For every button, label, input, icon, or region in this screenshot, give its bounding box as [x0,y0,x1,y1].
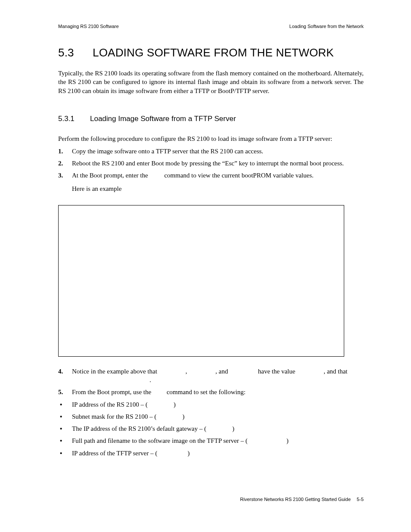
ordered-list: 1. Copy the image software onto a TFTP s… [58,147,364,193]
bullet-text: IP address of the RS 2100 – () [72,400,176,409]
bullet-icon: • [58,424,72,433]
text-fragment: , and [215,368,230,375]
bullet-text: The IP address of the RS 2100’s default … [72,424,234,433]
text-fragment: have the value [256,368,297,375]
text-fragment: The IP address of the RS 2100’s default … [72,425,206,432]
list-item: 3. At the Boot prompt, enter the command… [58,171,364,193]
page: Managing RS 2100 Software Loading Softwa… [0,0,411,457]
text-fragment: Full path and filename to the software i… [72,437,248,444]
bullet-icon: • [58,436,72,445]
text-fragment: ) [232,425,234,432]
bullet-item: • IP address of the RS 2100 – () [58,400,364,409]
text-fragment: From the Boot prompt, use the [72,389,153,395]
example-code-box [58,205,344,357]
item-text: At the Boot prompt, enter the command to… [72,171,364,193]
text-fragment: command to view the current bootPROM var… [162,172,313,179]
bullet-text: Full path and filename to the software i… [72,436,289,445]
bullet-list: • IP address of the RS 2100 – () • Subne… [58,400,364,457]
running-header: Managing RS 2100 Software Loading Softwa… [58,24,364,29]
list-item: 2. Reboot the RS 2100 and enter Boot mod… [58,159,364,168]
text-fragment: IP address of the RS 2100 – ( [72,401,148,408]
bullet-icon: • [58,400,72,409]
item-text: From the Boot prompt, use the command to… [72,388,364,396]
bullet-icon: • [58,412,72,421]
item-number: 3. [58,171,72,193]
subsection-heading: 5.3.1Loading Image Software from a TFTP … [58,115,364,123]
sub-paragraph: Here is an example [72,184,364,193]
text-fragment: ) [187,450,190,457]
text-fragment: Subnet mask for the RS 2100 – ( [72,413,156,420]
item-number: 1. [58,147,72,156]
text-fragment: command to set the following: [165,389,246,395]
subsection-title: Loading Image Software from a TFTP Serve… [90,115,236,123]
item-text: Copy the image software onto a TFTP serv… [72,147,364,156]
lead-paragraph: Perform the following procedure to confi… [58,135,364,143]
bullet-icon: • [58,449,72,457]
text-fragment: ) [174,401,176,408]
item-number: 4. [58,367,72,385]
text-fragment: . [149,376,151,383]
bullet-item: • Full path and filename to the software… [58,436,364,445]
bullet-item: • IP address of the TFTP server – () [58,449,364,457]
page-footer: Riverstone Networks RS 2100 Getting Star… [240,497,364,502]
item-number: 5. [58,388,72,396]
section-heading: 5.3LOADING SOFTWARE FROM THE NETWORK [58,46,364,59]
subsection-number: 5.3.1 [58,115,90,123]
header-right: Loading Software from the Network [290,24,364,29]
bullet-item: • Subnet mask for the RS 2100 – () [58,412,364,421]
ordered-list-continued: 4. Notice in the example above that , , … [58,367,364,457]
text-fragment: At the Boot prompt, enter the [72,172,149,179]
text-fragment: ) [182,413,184,420]
list-item: 4. Notice in the example above that , , … [58,367,364,385]
list-item: 1. Copy the image software onto a TFTP s… [58,147,364,156]
text-fragment: , and that [324,368,347,375]
bullet-text: Subnet mask for the RS 2100 – () [72,412,184,421]
section-title: LOADING SOFTWARE FROM THE NETWORK [93,46,334,59]
bullet-text: IP address of the TFTP server – () [72,449,190,457]
text-fragment: IP address of the TFTP server – ( [72,450,157,457]
text-fragment: ) [286,437,289,444]
text-fragment: Notice in the example above that [72,368,159,375]
bullet-item: • The IP address of the RS 2100’s defaul… [58,424,364,433]
section-number: 5.3 [58,46,93,59]
item-number: 2. [58,159,72,168]
list-item: 5. From the Boot prompt, use the command… [58,388,364,396]
item-text: Notice in the example above that , , and… [72,367,364,385]
header-left: Managing RS 2100 Software [58,24,119,29]
intro-paragraph: Typically, the RS 2100 loads its operati… [58,69,364,95]
text-fragment: , [186,368,189,375]
item-text: Reboot the RS 2100 and enter Boot mode b… [72,159,364,168]
